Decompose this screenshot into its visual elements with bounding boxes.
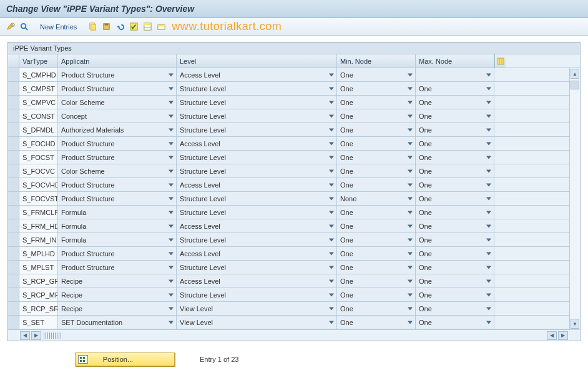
cell-max-node-dropdown[interactable]: One: [416, 178, 494, 191]
cell-min-node-dropdown[interactable]: One: [337, 261, 416, 274]
cell-application-dropdown[interactable]: Formula: [58, 233, 177, 246]
cell-min-node-dropdown[interactable]: One: [337, 164, 416, 178]
cell-application-dropdown[interactable]: Product Structure: [58, 192, 177, 205]
cell-min-node-dropdown[interactable]: One: [337, 123, 416, 136]
cell-max-node-dropdown[interactable]: One: [416, 206, 494, 219]
hscroll-left-button-2[interactable]: ◀: [547, 331, 557, 340]
cell-vartype[interactable]: S_CMPVC: [19, 96, 58, 109]
cell-max-node-dropdown[interactable]: One: [416, 247, 494, 260]
row-selector[interactable]: [8, 247, 19, 260]
cell-level-dropdown[interactable]: Structure Level: [177, 288, 337, 301]
cell-application-dropdown[interactable]: Formula: [58, 206, 177, 219]
row-selector[interactable]: [8, 316, 19, 329]
copy-as-icon[interactable]: [87, 21, 98, 32]
cell-application-dropdown[interactable]: Authorized Materials: [58, 123, 177, 136]
scroll-up-button[interactable]: ▲: [571, 69, 579, 79]
cell-max-node-dropdown[interactable]: One: [416, 233, 494, 246]
cell-max-node-dropdown[interactable]: One: [416, 274, 494, 288]
cell-min-node-dropdown[interactable]: One: [337, 219, 416, 232]
vertical-scrollbar[interactable]: ▲ ▼: [569, 68, 580, 329]
configure-columns-icon[interactable]: [494, 54, 506, 68]
row-selector[interactable]: [8, 302, 19, 315]
cell-application-dropdown[interactable]: Formula: [58, 219, 177, 232]
cell-level-dropdown[interactable]: Structure Level: [177, 164, 337, 178]
cell-min-node-dropdown[interactable]: One: [337, 68, 416, 81]
cell-level-dropdown[interactable]: Structure Level: [177, 192, 337, 205]
cell-level-dropdown[interactable]: Structure Level: [177, 82, 337, 95]
delete-icon[interactable]: [100, 21, 112, 32]
hscroll-left-button[interactable]: ◀: [20, 331, 30, 340]
row-selector[interactable]: [8, 219, 19, 232]
cell-vartype[interactable]: S_FOCHD: [19, 137, 58, 150]
cell-max-node-dropdown[interactable]: One: [416, 302, 494, 315]
cell-max-node-dropdown[interactable]: [416, 68, 494, 81]
cell-max-node-dropdown[interactable]: One: [416, 82, 494, 95]
cell-level-dropdown[interactable]: Access Level: [177, 68, 337, 81]
cell-application-dropdown[interactable]: Product Structure: [58, 261, 177, 274]
cell-application-dropdown[interactable]: Color Scheme: [58, 96, 177, 109]
cell-application-dropdown[interactable]: Product Structure: [58, 82, 177, 95]
row-selector[interactable]: [8, 233, 19, 246]
row-selector[interactable]: [8, 123, 19, 136]
select-all-rows-handle[interactable]: [8, 54, 19, 68]
column-splitter-handle[interactable]: [44, 332, 61, 339]
cell-application-dropdown[interactable]: Color Scheme: [58, 164, 177, 178]
cell-min-node-dropdown[interactable]: One: [337, 82, 416, 95]
row-selector[interactable]: [8, 274, 19, 288]
cell-min-node-dropdown[interactable]: None: [337, 192, 416, 205]
cell-vartype[interactable]: S_RCP_SR: [19, 302, 58, 315]
cell-min-node-dropdown[interactable]: One: [337, 247, 416, 260]
cell-min-node-dropdown[interactable]: One: [337, 316, 416, 329]
scroll-track[interactable]: [570, 79, 580, 318]
cell-vartype[interactable]: S_FRMCLF: [19, 206, 58, 219]
cell-application-dropdown[interactable]: Product Structure: [58, 178, 177, 191]
cell-vartype[interactable]: S_RCP_MR: [19, 288, 58, 301]
cell-level-dropdown[interactable]: Access Level: [177, 274, 337, 288]
cell-min-node-dropdown[interactable]: One: [337, 96, 416, 109]
other-view-icon[interactable]: [19, 21, 30, 32]
cell-min-node-dropdown[interactable]: One: [337, 137, 416, 150]
row-selector[interactable]: [8, 68, 19, 81]
row-selector[interactable]: [8, 82, 19, 95]
cell-vartype[interactable]: S_FRM_HD: [19, 219, 58, 232]
row-selector[interactable]: [8, 96, 19, 109]
cell-min-node-dropdown[interactable]: One: [337, 206, 416, 219]
row-selector[interactable]: [8, 192, 19, 205]
cell-min-node-dropdown[interactable]: One: [337, 288, 416, 301]
row-selector[interactable]: [8, 151, 19, 164]
cell-level-dropdown[interactable]: Structure Level: [177, 261, 337, 274]
cell-application-dropdown[interactable]: SET Documentation: [58, 316, 177, 329]
cell-application-dropdown[interactable]: Product Structure: [58, 68, 177, 81]
cell-max-node-dropdown[interactable]: One: [416, 123, 494, 136]
cell-max-node-dropdown[interactable]: One: [416, 164, 494, 178]
cell-max-node-dropdown[interactable]: One: [416, 151, 494, 164]
cell-max-node-dropdown[interactable]: One: [416, 316, 494, 329]
cell-level-dropdown[interactable]: Structure Level: [177, 109, 337, 122]
cell-level-dropdown[interactable]: Structure Level: [177, 151, 337, 164]
col-header-min-node[interactable]: Min. Node: [337, 54, 416, 68]
row-selector[interactable]: [8, 288, 19, 301]
cell-level-dropdown[interactable]: Structure Level: [177, 96, 337, 109]
cell-application-dropdown[interactable]: Product Structure: [58, 151, 177, 164]
row-selector[interactable]: [8, 261, 19, 274]
cell-level-dropdown[interactable]: View Level: [177, 302, 337, 315]
cell-vartype[interactable]: S_MPLHD: [19, 247, 58, 260]
cell-max-node-dropdown[interactable]: One: [416, 109, 494, 122]
cell-level-dropdown[interactable]: View Level: [177, 316, 337, 329]
cell-application-dropdown[interactable]: Concept: [58, 109, 177, 122]
cell-level-dropdown[interactable]: Access Level: [177, 219, 337, 232]
hscroll-right-button-2[interactable]: ▶: [558, 331, 568, 340]
cell-application-dropdown[interactable]: Recipe: [58, 302, 177, 315]
cell-level-dropdown[interactable]: Structure Level: [177, 206, 337, 219]
row-selector[interactable]: [8, 206, 19, 219]
col-header-max-node[interactable]: Max. Node: [416, 54, 494, 68]
cell-application-dropdown[interactable]: Recipe: [58, 274, 177, 288]
cell-vartype[interactable]: S_SET: [19, 316, 58, 329]
cell-min-node-dropdown[interactable]: One: [337, 109, 416, 122]
undo-change-icon[interactable]: [114, 21, 125, 32]
cell-vartype[interactable]: S_FOCVHD: [19, 178, 58, 191]
cell-vartype[interactable]: S_RCP_GR: [19, 274, 58, 288]
col-header-level[interactable]: Level: [177, 54, 337, 68]
col-header-application[interactable]: Applicatn: [58, 54, 177, 68]
cell-application-dropdown[interactable]: Product Structure: [58, 137, 177, 150]
